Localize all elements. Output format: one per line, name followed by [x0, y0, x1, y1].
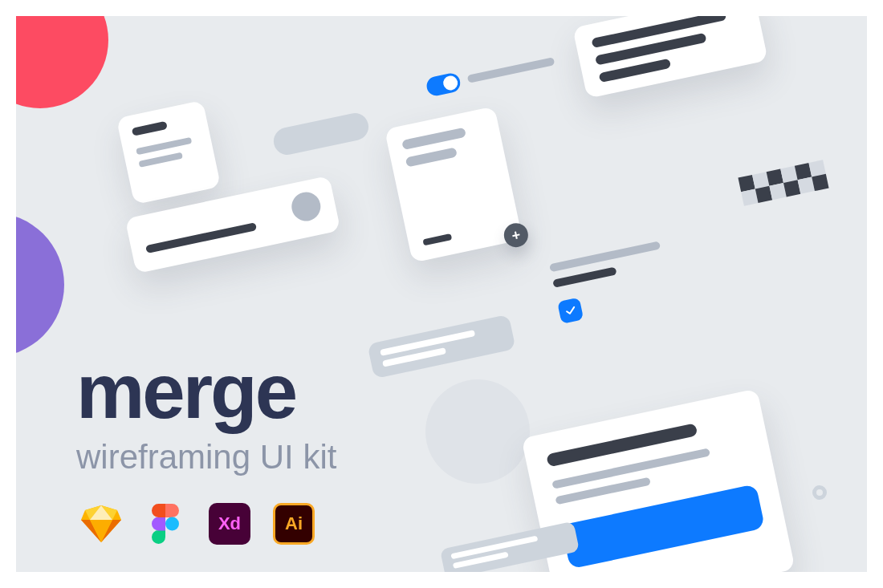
- wf-note-card: [116, 100, 221, 205]
- wf-vertical-card: +: [385, 106, 523, 262]
- wf-checkbox-group: [549, 234, 703, 324]
- decor-circle-pink: [16, 16, 108, 108]
- wf-chip: [271, 111, 371, 157]
- wf-line: [401, 128, 466, 150]
- checker-strip: [738, 160, 828, 206]
- wf-line: [552, 266, 616, 287]
- plus-icon[interactable]: +: [502, 221, 531, 249]
- checkbox-icon[interactable]: [557, 298, 584, 324]
- wf-line: [132, 121, 168, 136]
- adobe-illustrator-icon: Ai: [273, 503, 315, 545]
- wf-line: [405, 147, 458, 167]
- wf-line: [467, 57, 555, 83]
- toggle-icon[interactable]: [425, 71, 462, 97]
- svg-point-0: [165, 517, 179, 531]
- wf-line: [145, 222, 257, 253]
- wf-line: [422, 233, 452, 245]
- xd-label: Xd: [218, 513, 241, 534]
- promo-frame: + merge wireframing UI kit: [16, 16, 867, 572]
- wf-chip-lines: [367, 314, 515, 379]
- decor-ring: [812, 485, 827, 500]
- adobe-xd-icon: Xd: [209, 503, 250, 545]
- headline-block: merge wireframing UI kit: [76, 353, 336, 476]
- wf-line: [549, 241, 661, 272]
- wf-line: [138, 152, 182, 168]
- sketch-icon: [80, 503, 122, 545]
- wf-line: [136, 137, 192, 155]
- product-title: merge: [76, 353, 336, 430]
- wf-toggle-row: [425, 51, 562, 98]
- apps-row: Xd Ai: [80, 503, 315, 545]
- avatar-placeholder: [289, 189, 323, 224]
- decor-soft-circle: [416, 370, 539, 493]
- figma-icon: [144, 503, 186, 545]
- product-subtitle: wireframing UI kit: [76, 438, 336, 476]
- wf-text-card: [572, 16, 768, 99]
- decor-circle-purple: [16, 213, 64, 357]
- ai-label: Ai: [285, 513, 303, 534]
